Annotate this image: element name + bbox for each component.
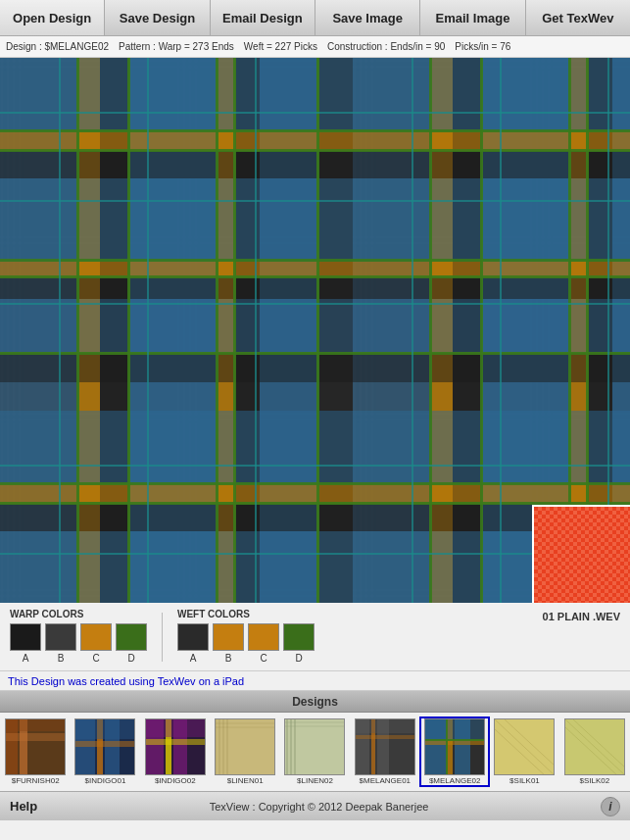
design-thumb-indigo02[interactable]: $INDIGO02	[142, 718, 209, 785]
design-img-melange01	[355, 718, 415, 775]
credit-line: This Design was created using TexWev on …	[0, 671, 630, 691]
design-thumb-furnish02[interactable]: $FURNISH02	[2, 718, 69, 785]
weft-swatch-c[interactable]: C	[248, 623, 279, 664]
design-label-linen02: $LINEN02	[297, 776, 333, 785]
design-img-indigo02	[145, 718, 206, 775]
weft-label-b: B	[225, 653, 232, 664]
svg-rect-64	[75, 719, 135, 739]
svg-rect-95	[425, 719, 485, 739]
weft-swatch-a[interactable]: A	[177, 623, 209, 664]
info-bar: Design : $MELANGE02 Pattern : Warp = 273…	[0, 36, 630, 58]
weft-label-d: D	[295, 653, 302, 664]
svg-rect-65	[75, 741, 135, 747]
save-image-button[interactable]: Save Image	[315, 0, 420, 35]
wev-label: 01 PLAIN .WEV	[543, 611, 620, 622]
design-thumb-linen02[interactable]: $LINEN02	[281, 718, 348, 785]
design-img-silk01	[494, 718, 555, 775]
weft-color-c[interactable]	[248, 623, 279, 651]
warp-swatch-a[interactable]: A	[10, 623, 41, 664]
warp-color-a[interactable]	[10, 623, 41, 651]
svg-rect-90	[356, 735, 415, 739]
get-texwev-button[interactable]: Get TexWev	[526, 0, 630, 35]
design-img-silk02	[564, 718, 625, 775]
colors-divider	[162, 613, 163, 662]
open-design-button[interactable]: Open Design	[0, 0, 105, 35]
copyright-text: TexView : Copyright © 2012 Deepak Banerj…	[210, 801, 429, 813]
design-label-melange01: $MELANGE01	[360, 776, 411, 785]
design-thumb-silk01[interactable]: $SILK01	[491, 718, 557, 785]
top-navigation: Open Design Save Design Email Design Sav…	[0, 0, 630, 36]
weft-color-d[interactable]	[283, 623, 315, 651]
warp-label-c: C	[92, 653, 99, 664]
email-design-button[interactable]: Email Design	[211, 0, 315, 35]
colors-section: WARP COLORS A B C D WEFT COLORS	[0, 603, 630, 671]
svg-rect-53	[534, 507, 630, 603]
design-label-furnish02: $FURNISH02	[12, 776, 60, 785]
design-img-furnish02	[5, 718, 66, 775]
design-thumb-melange01[interactable]: $MELANGE01	[352, 718, 418, 785]
warp-color-c[interactable]	[80, 623, 112, 651]
svg-rect-58	[6, 719, 66, 731]
design-name: Design : $MELANGE02	[6, 41, 109, 52]
warp-color-b[interactable]	[45, 623, 76, 651]
design-thumb-linen01[interactable]: $LINEN01	[212, 718, 278, 785]
fabric-thumbnail[interactable]	[532, 505, 630, 603]
credit-text: This Design was created using TexWev on …	[8, 675, 244, 687]
weft-color-a[interactable]	[177, 623, 209, 651]
info-icon-button[interactable]: i	[601, 797, 620, 816]
designs-header: Designs	[0, 691, 630, 713]
designs-thumbnails: $FURNISH02 $INDIGO01	[0, 713, 630, 791]
svg-rect-72	[216, 719, 275, 775]
weft-colors-group: WEFT COLORS A B C D	[177, 609, 543, 664]
svg-rect-97	[446, 719, 448, 775]
design-label-indigo01: $INDIGO01	[85, 776, 126, 785]
design-img-linen01	[215, 718, 275, 775]
svg-rect-98	[425, 739, 485, 741]
warp-swatch-d[interactable]: D	[116, 623, 147, 664]
picks-info: Picks/in = 76	[455, 41, 510, 52]
weft-swatches: A B C D	[177, 623, 543, 664]
design-label-silk01: $SILK01	[509, 776, 540, 785]
construction-info: Construction : Ends/in = 90	[327, 41, 445, 52]
design-thumb-melange02[interactable]: $MELANGE02	[421, 718, 488, 785]
design-img-indigo01	[74, 718, 135, 775]
weft-color-b[interactable]	[213, 623, 244, 651]
weft-label-c: C	[260, 653, 267, 664]
svg-rect-59	[6, 733, 66, 741]
design-label-linen01: $LINEN01	[227, 776, 264, 785]
design-img-linen02	[284, 718, 345, 775]
warp-label-b: B	[58, 653, 65, 664]
svg-rect-71	[146, 739, 206, 745]
weft-info: Weft = 227 Picks	[244, 41, 317, 52]
weft-swatch-d[interactable]: D	[283, 623, 315, 664]
pattern-info: Pattern : Warp = 273 Ends	[119, 41, 234, 52]
bottom-bar: Help TexView : Copyright © 2012 Deepak B…	[0, 791, 630, 820]
design-thumb-indigo01[interactable]: $INDIGO01	[72, 718, 138, 785]
design-label-indigo02: $INDIGO02	[155, 776, 196, 785]
warp-colors-label: WARP COLORS	[10, 609, 147, 619]
warp-label-a: A	[23, 653, 29, 664]
weft-label-a: A	[190, 653, 197, 664]
fabric-preview[interactable]	[0, 58, 630, 603]
warp-swatches: A B C D	[10, 623, 147, 664]
warp-swatch-b[interactable]: B	[45, 623, 76, 664]
svg-rect-89	[356, 719, 415, 733]
design-label-melange02: $MELANGE02	[429, 776, 480, 785]
designs-section: Designs $FURNISH02	[0, 691, 630, 791]
warp-colors-group: WARP COLORS A B C D	[10, 609, 147, 664]
save-design-button[interactable]: Save Design	[105, 0, 210, 35]
designs-title: Designs	[292, 695, 338, 709]
warp-color-d[interactable]	[116, 623, 147, 651]
design-label-silk02: $SILK02	[579, 776, 609, 785]
weft-swatch-b[interactable]: B	[213, 623, 244, 664]
svg-rect-70	[146, 719, 206, 737]
help-button[interactable]: Help	[10, 799, 37, 814]
warp-swatch-c[interactable]: C	[80, 623, 112, 664]
email-image-button[interactable]: Email Image	[420, 0, 525, 35]
design-thumb-silk02[interactable]: $SILK02	[561, 718, 628, 785]
warp-label-d: D	[127, 653, 134, 664]
design-img-melange02	[424, 718, 485, 775]
weft-colors-label: WEFT COLORS	[177, 609, 543, 619]
